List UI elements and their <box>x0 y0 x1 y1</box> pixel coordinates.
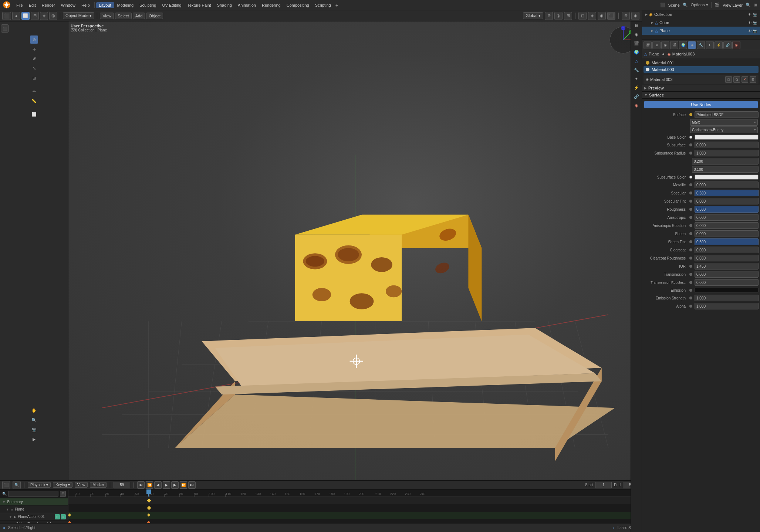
scale-tool[interactable]: ⤡ <box>30 64 38 72</box>
jump-next-keyframe-btn[interactable]: ⏩ <box>180 481 187 489</box>
prop-material-icon[interactable]: ◉ <box>732 41 740 49</box>
base-color-swatch[interactable] <box>695 135 759 140</box>
prop-object-icon[interactable]: ◈ <box>688 41 696 49</box>
transmission-value[interactable]: 0.000 <box>695 271 759 278</box>
keyframe-summary-59[interactable] <box>147 498 151 502</box>
hand-tool[interactable]: ✋ <box>30 406 38 414</box>
workspace-compositing[interactable]: Compositing <box>284 2 312 8</box>
view-layer-search-icon[interactable]: 🔍 <box>746 3 751 7</box>
proportional-editing-icon[interactable]: ◎ <box>554 12 563 20</box>
roughness-value[interactable]: 0.500 <box>695 206 759 213</box>
mat-settings-btn[interactable]: ⊞ <box>750 76 756 83</box>
subsurface-radius-value-2[interactable]: 0.200 <box>692 158 759 165</box>
keyframe-plane-59[interactable] <box>147 506 151 510</box>
track-plane[interactable]: ▼ △ Plane <box>0 506 68 513</box>
rp-material-icon-strip[interactable]: ◉ <box>632 101 641 109</box>
action-green-btn-2[interactable]: S <box>61 514 66 519</box>
material-list-item-2[interactable]: Material.003 <box>644 66 759 73</box>
subsurface-radius-value-3[interactable]: 0.100 <box>692 166 759 173</box>
keyframe-pa-0[interactable] <box>68 514 71 516</box>
jump-end-btn[interactable]: ⏭ <box>188 481 196 489</box>
menu-edit[interactable]: Edit <box>26 2 39 8</box>
track-search-icon[interactable]: 🔍 <box>2 492 7 496</box>
start-frame-field[interactable]: 1 <box>595 482 612 488</box>
anisotropic-rotation-value[interactable]: 0.000 <box>695 222 759 229</box>
sheen-value[interactable]: 0.000 <box>695 230 759 237</box>
viewport-view-menu[interactable]: View <box>100 13 114 19</box>
viewport-3d[interactable]: User Perspective (59) Collection | Plane <box>68 21 642 480</box>
anisotropic-value[interactable]: 0.000 <box>695 214 759 221</box>
jump-prev-keyframe-btn[interactable]: ⏪ <box>146 481 153 489</box>
keying-menu[interactable]: Keying <box>53 482 72 488</box>
overlay-toggle[interactable]: ⊕ <box>622 12 630 20</box>
workspace-texture-paint[interactable]: Texture Paint <box>184 2 214 8</box>
mat-new-btn[interactable]: □ <box>725 76 732 83</box>
metallic-value[interactable]: 0.000 <box>695 182 759 188</box>
rp-view-layer-icon[interactable]: ◉ <box>632 30 641 38</box>
jump-start-btn[interactable]: ⏮ <box>137 481 145 489</box>
annotate-tool[interactable]: ✏ <box>30 87 38 95</box>
prop-particle-icon[interactable]: ✦ <box>706 41 714 49</box>
marker-menu[interactable]: Marker <box>90 482 107 488</box>
workspace-sculpting[interactable]: Sculpting <box>136 2 159 8</box>
editor-type-button[interactable]: ⬛ <box>2 12 11 20</box>
surface-value-field[interactable]: Principled BSDF <box>695 111 759 118</box>
rotate-tool[interactable]: ↺ <box>30 55 38 63</box>
view-layer-options-button[interactable]: ⊞ <box>754 3 757 7</box>
search-icon[interactable]: 🔍 <box>683 3 688 7</box>
subsurface-radius-value-1[interactable]: 1.000 <box>695 150 759 156</box>
camera-tool[interactable]: 📷 <box>30 426 38 434</box>
surface-section-header[interactable]: ▼ Surface <box>642 92 760 99</box>
workspace-scripting[interactable]: Scripting <box>312 2 334 8</box>
rp-scene-icon[interactable]: 🎬 <box>632 39 641 47</box>
rp-world-icon[interactable]: 🌍 <box>632 48 641 56</box>
viewport-display-icon-3[interactable]: ⊞ <box>31 12 39 20</box>
flymode-tool[interactable]: ▶ <box>30 435 38 443</box>
viewport-add-menu[interactable]: Add <box>133 13 145 19</box>
workspace-shading[interactable]: Shading <box>214 2 235 8</box>
measure-tool[interactable]: 📏 <box>30 97 38 105</box>
shading-solid[interactable]: ◈ <box>588 12 596 20</box>
track-filter-icon[interactable]: ⊞ <box>60 491 66 497</box>
workspace-animation[interactable]: Animation <box>235 2 259 8</box>
timeline-editor-type-icon[interactable]: ⬛ <box>2 481 10 489</box>
subsurface-color-swatch[interactable] <box>695 174 759 180</box>
transform-pivot-icon[interactable]: ⊞ <box>564 12 572 20</box>
track-search-input[interactable] <box>8 491 58 497</box>
emission-strength-value[interactable]: 1.000 <box>695 295 759 301</box>
rp-constraints-icon[interactable]: 🔗 <box>632 92 641 101</box>
workspace-modeling[interactable]: Modeling <box>114 2 137 8</box>
ior-value[interactable]: 1.450 <box>695 263 759 270</box>
workspace-uv-editing[interactable]: UV Editing <box>159 2 184 8</box>
mat-duplicate-btn[interactable]: ⧉ <box>733 76 740 83</box>
prop-view-layer-icon[interactable]: ◉ <box>661 41 669 49</box>
menu-window[interactable]: Window <box>58 2 78 8</box>
cursor-tool[interactable]: ⊕ <box>30 35 38 44</box>
cube-eye-icon[interactable]: 👁 <box>748 21 751 25</box>
plane-render-icon[interactable]: 📷 <box>753 29 757 33</box>
current-frame-field[interactable]: 59 <box>114 482 130 488</box>
zoom-tool[interactable]: 🔍 <box>30 416 38 424</box>
n-panel-toggle[interactable]: ⬛ <box>1 24 9 33</box>
shading-wireframe[interactable]: ◻ <box>578 12 587 20</box>
viewport-object-menu[interactable]: Object <box>146 13 163 19</box>
shading-material[interactable]: ◉ <box>598 12 606 20</box>
use-nodes-button[interactable]: Use Nodes <box>644 101 758 108</box>
rp-particles-icon[interactable]: ✦ <box>632 75 641 83</box>
menu-render[interactable]: Render <box>39 2 58 8</box>
rp-physics-icon[interactable]: ⚡ <box>632 84 641 92</box>
timeline-extra-icon[interactable]: 🔍 <box>13 481 21 489</box>
prop-physics-icon[interactable]: ⚡ <box>715 41 723 49</box>
view-menu[interactable]: View <box>75 482 88 488</box>
menu-help[interactable]: Help <box>78 2 93 8</box>
collection-eye-icon[interactable]: 👁 <box>748 13 751 17</box>
viewport-display-icon-5[interactable]: ◎ <box>49 12 57 20</box>
specular-value[interactable]: 0.500 <box>695 190 759 196</box>
add-object-tool[interactable]: ⬜ <box>30 110 38 118</box>
viewport-select-menu[interactable]: Select <box>115 13 132 19</box>
sss-method-dropdown[interactable]: Christensen-Burley ▾ <box>690 126 758 133</box>
move-tool[interactable]: ✛ <box>30 45 38 53</box>
rp-object-data-icon[interactable]: △ <box>632 57 641 65</box>
options-button[interactable]: Options ▾ <box>691 3 708 7</box>
tree-item-plane[interactable]: ▶ △ Plane 👁 📷 <box>642 27 760 35</box>
